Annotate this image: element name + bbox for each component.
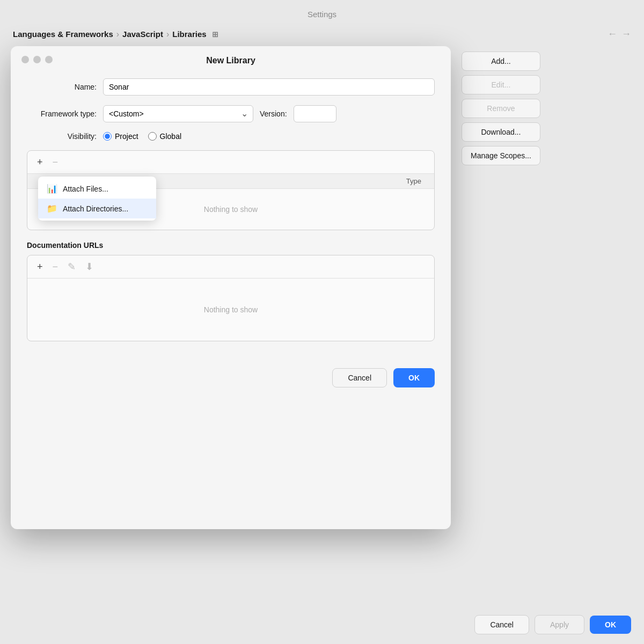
files-remove-button[interactable]: − (50, 156, 61, 168)
breadcrumb-part1[interactable]: Languages & Frameworks (13, 30, 113, 39)
files-add-button[interactable]: + (35, 156, 45, 168)
edit-button[interactable]: Edit... (462, 75, 540, 94)
radio-global-text: Global (160, 132, 181, 141)
name-input[interactable] (103, 78, 435, 96)
dialog-footer: Cancel OK (11, 357, 451, 404)
bottom-apply-button[interactable]: Apply (535, 615, 584, 634)
radio-global-label[interactable]: Global (148, 132, 181, 141)
doc-remove-button[interactable]: − (50, 261, 61, 273)
window-maximize-button[interactable] (45, 56, 53, 63)
dialog-cancel-button[interactable]: Cancel (332, 368, 387, 387)
framework-select[interactable]: <Custom> (103, 105, 253, 122)
files-section: + − 📊 Attach Files... 📁 Attach Directori… (27, 150, 435, 230)
doc-section-title: Documentation URLs (27, 241, 435, 250)
breadcrumb-grid-icon[interactable]: ⊞ (212, 30, 218, 39)
nav-back-button[interactable]: ← (608, 28, 617, 40)
doc-toolbar: + − ✎ ⬇ (27, 255, 434, 279)
files-toolbar: + − (27, 151, 434, 174)
radio-global[interactable] (148, 132, 157, 141)
download-button[interactable]: Download... (462, 122, 540, 142)
nav-forward-button[interactable]: → (621, 28, 631, 40)
radio-project-text: Project (115, 132, 138, 141)
manage-scopes-button[interactable]: Manage Scopes... (462, 146, 540, 165)
new-library-dialog: New Library Name: Framework type: <Custo… (11, 46, 451, 529)
radio-project[interactable] (103, 132, 112, 141)
breadcrumb-sep2: › (166, 30, 169, 39)
sidebar-buttons: Add... Edit... Remove Download... Manage… (462, 46, 540, 529)
doc-download-button[interactable]: ⬇ (83, 261, 96, 273)
framework-select-wrapper: <Custom> (103, 105, 253, 122)
attach-files-label: Attach Files... (63, 185, 108, 193)
doc-edit-button[interactable]: ✎ (65, 261, 78, 273)
remove-button[interactable]: Remove (462, 99, 540, 118)
dialog-ok-button[interactable]: OK (393, 368, 435, 387)
doc-empty-message: Nothing to show (27, 279, 434, 341)
attach-files-item[interactable]: 📊 Attach Files... (38, 179, 156, 199)
attach-files-icon: 📊 (47, 184, 57, 194)
breadcrumb: Languages & Frameworks › JavaScript › Li… (0, 24, 644, 46)
doc-section: + − ✎ ⬇ Nothing to show (27, 255, 435, 341)
dialog-title-bar: New Library (11, 46, 451, 73)
settings-title: Settings (0, 0, 644, 24)
window-controls (21, 56, 53, 63)
attach-directories-label: Attach Directories... (63, 204, 128, 213)
breadcrumb-nav: ← → (608, 28, 631, 40)
doc-add-button[interactable]: + (35, 261, 45, 273)
files-dropdown-menu: 📊 Attach Files... 📁 Attach Directories..… (38, 177, 156, 221)
window-minimize-button[interactable] (33, 56, 41, 63)
dialog-body: Name: Framework type: <Custom> Version: … (11, 73, 451, 357)
name-label: Name: (27, 83, 97, 91)
breadcrumb-sep1: › (116, 30, 119, 39)
framework-type-row: Framework type: <Custom> Version: (27, 105, 435, 122)
breadcrumb-part2[interactable]: JavaScript (122, 30, 163, 39)
breadcrumb-part3[interactable]: Libraries (172, 30, 206, 39)
bottom-bar: Cancel Apply OK (0, 605, 644, 644)
dialog-title: New Library (206, 56, 255, 65)
col-type-header: Type (384, 177, 427, 185)
bottom-ok-button[interactable]: OK (590, 616, 631, 634)
attach-directories-icon: 📁 (47, 203, 57, 214)
version-input[interactable] (294, 105, 336, 122)
add-button[interactable]: Add... (462, 52, 540, 71)
name-row: Name: (27, 78, 435, 96)
main-area: New Library Name: Framework type: <Custo… (0, 46, 644, 529)
attach-directories-item[interactable]: 📁 Attach Directories... (38, 199, 156, 218)
visibility-label: Visibility: (27, 132, 97, 141)
framework-label: Framework type: (27, 109, 97, 118)
radio-project-label[interactable]: Project (103, 132, 138, 141)
visibility-radio-group: Project Global (103, 132, 181, 141)
bottom-cancel-button[interactable]: Cancel (474, 615, 529, 634)
window-close-button[interactable] (21, 56, 29, 63)
version-label: Version: (260, 109, 287, 118)
visibility-row: Visibility: Project Global (27, 132, 435, 141)
